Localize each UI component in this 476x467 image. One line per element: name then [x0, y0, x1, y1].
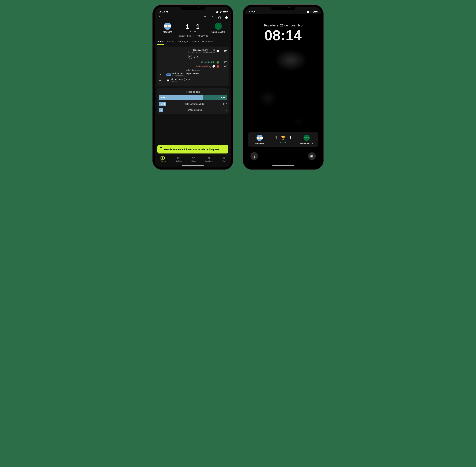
carrier-label: VIVO: [249, 10, 255, 13]
widget-center: 1 🏆 1 51:39: [275, 135, 291, 144]
location-arrow-icon: [166, 11, 168, 13]
share-icon[interactable]: [210, 16, 214, 20]
tab-fatos[interactable]: Fatos: [157, 40, 164, 45]
wifi-icon: [219, 10, 222, 13]
away-team-name: Arábia Saudita: [211, 31, 225, 33]
event-goal-49[interactable]: Saleh Al-Shehri (1 - 1) Assistência de F…: [159, 49, 227, 53]
tabs: Fatos Lances Formação Tabela Estatística…: [155, 39, 231, 45]
widget-away-team: Arábia Saudita: [298, 135, 315, 144]
phone-left: 08:14: [152, 5, 233, 170]
status-right: [306, 10, 317, 13]
sub-out-icon: →: [216, 65, 219, 68]
live-activity-widget[interactable]: Argentina 1 🏆 1 51:39 Arábia Saudita: [248, 132, 318, 147]
nav-matches[interactable]: Partidas: [160, 156, 166, 162]
xg-home: 1.03: [159, 102, 166, 106]
tab-estatisticas[interactable]: Estatísticas: [202, 40, 214, 45]
cellular-icon: [216, 11, 218, 13]
event-title: Gol anulado - impedimento: [172, 72, 199, 75]
tab-formacao[interactable]: Formação: [178, 40, 188, 45]
xg-label: Gols esperados (xG): [184, 103, 204, 105]
event-minute: 28': [159, 73, 165, 76]
sub-in-minute: 45': [221, 61, 227, 64]
camera-icon: [310, 155, 313, 158]
var-badge-icon: VAR: [166, 74, 171, 76]
event-sub-in[interactable]: Nawaf Al-Abid ← 45': [159, 61, 227, 64]
widget-home-score: 1: [275, 135, 277, 140]
event-var-28[interactable]: 28' VAR Gol anulado - impedimento Lautar…: [159, 72, 227, 77]
home-team[interactable]: Argentina: [157, 23, 178, 33]
battery-icon: [313, 11, 317, 13]
home-indicator[interactable]: [272, 166, 294, 166]
ball-icon: [193, 35, 195, 37]
chevron-left-icon: [157, 15, 161, 19]
bell-add-icon[interactable]: [217, 16, 221, 20]
possession-home: 65%: [159, 95, 203, 100]
event-sub-out[interactable]: Salman Al-Faraj + → +4': [159, 65, 227, 68]
score: 1 - 1: [186, 23, 200, 30]
event-title: Saleh Al-Shehri (1 - 1): [188, 49, 215, 51]
lockscreen[interactable]: Terça-feira, 22 de novembro 08:14 Argent…: [245, 14, 321, 168]
nav-label: Partidas: [160, 160, 166, 162]
nav-following[interactable]: Seguindo: [205, 156, 213, 162]
possession-title: Posse de bola: [159, 91, 227, 93]
added-time: Mais +5 minutos: [159, 69, 227, 71]
saudi-flag-icon: [215, 23, 222, 30]
stat-shots: 5 Total de chutes 1: [159, 108, 227, 112]
ball-icon: [216, 50, 219, 53]
nav-news[interactable]: Notícias: [175, 156, 182, 162]
away-scorer: Al-Shehri 49': [197, 35, 208, 37]
halftime-score: 1 - 0: [194, 56, 198, 58]
camera-button[interactable]: [308, 152, 316, 160]
argentina-flag-icon: [164, 23, 171, 30]
shots-label: Total de chutes: [187, 109, 202, 111]
status-right: [216, 10, 227, 13]
notch: [180, 5, 205, 10]
ball-icon: [166, 79, 170, 82]
nav-label: Ligas: [191, 160, 196, 162]
stat-xg: 1.03 Gols esperados (xG) 0.17: [159, 102, 227, 106]
svg-point-11: [312, 156, 312, 157]
sub-out-name: Salman Al-Faraj: [195, 65, 211, 67]
nav-leagues[interactable]: Ligas: [191, 156, 196, 162]
home-team-name: Argentina: [163, 31, 172, 33]
headphones-icon[interactable]: [203, 16, 207, 20]
back-button[interactable]: [157, 15, 161, 20]
star-outline-icon: [207, 156, 211, 160]
status-time: 08:14: [159, 10, 165, 13]
screen-left: 08:14: [155, 7, 231, 168]
nav-label: Mais: [223, 160, 226, 162]
content-scroll[interactable]: Saleh Al-Shehri (1 - 1) Assistência de F…: [155, 45, 231, 155]
widget-home-team: Argentina: [251, 135, 268, 144]
battery-icon: [223, 11, 227, 13]
tab-lances[interactable]: Lances: [167, 40, 175, 45]
lock-date: Terça-feira, 22 de novembro: [264, 24, 302, 27]
flashlight-button[interactable]: [251, 152, 258, 160]
widget-clock: 51:39: [280, 141, 286, 144]
star-icon[interactable]: [225, 16, 228, 20]
nav-more[interactable]: Mais: [222, 156, 226, 162]
match-header: Argentina 1 - 1 51:30 Arábia Saudita Mes…: [155, 22, 231, 39]
possession-away: 35%: [203, 95, 227, 100]
shots-away: 1: [225, 109, 227, 111]
score-center: 1 - 1 51:30: [186, 23, 200, 33]
tab-tabela[interactable]: Tabela: [192, 40, 199, 45]
event-assist: Assistência de Firas Al-Buraikan: [188, 51, 215, 53]
news-icon: [176, 156, 181, 160]
stats-card: Posse de bola 65% 35% 1.03 Gols esperado…: [157, 88, 229, 114]
toast-live-activity[interactable]: Partida ao vivo adicionada à sua tela de…: [157, 145, 228, 154]
argentina-flag-icon: [257, 135, 263, 141]
phone-right: VIVO Terça-feira, 22 de novembro 08:14 A…: [243, 5, 324, 170]
widget-home-name: Argentina: [255, 142, 264, 144]
away-team[interactable]: Arábia Saudita: [208, 23, 228, 33]
pt-badge: PT: [188, 55, 192, 59]
match-clock: 51:30: [186, 30, 200, 33]
event-goal-10[interactable]: 10' Lionel Messi (1 - 0) Pênalti: [159, 78, 227, 83]
svg-rect-10: [311, 155, 313, 157]
lock-time: 08:14: [264, 27, 302, 44]
flashlight-icon: [253, 155, 256, 158]
toast-text: Partida ao vivo adicionada à sua tela de…: [164, 148, 219, 151]
event-title: Lionel Messi (1 - 0): [171, 78, 190, 81]
events-card: Saleh Al-Shehri (1 - 1) Assistência de F…: [157, 47, 229, 86]
home-indicator[interactable]: [182, 166, 204, 166]
scorers-row: Messi 10' (Pen) Al-Shehri 49': [157, 35, 228, 37]
